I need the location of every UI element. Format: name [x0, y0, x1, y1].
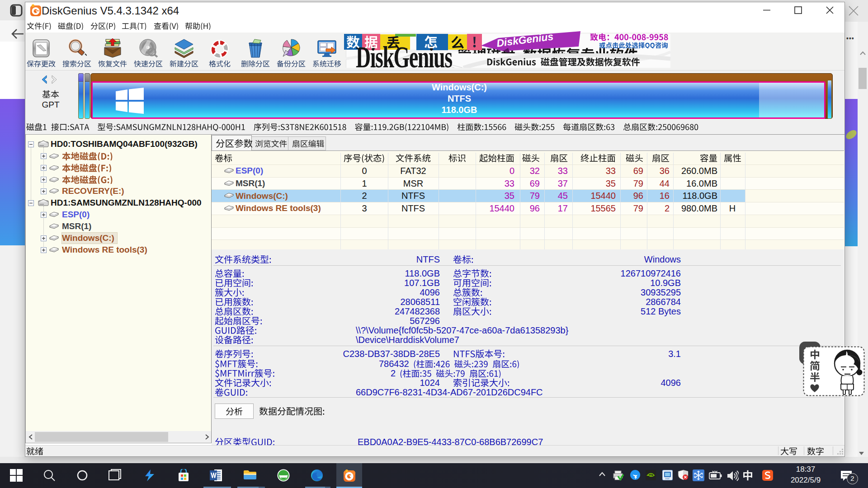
svg-text:intel: intel	[665, 477, 669, 480]
